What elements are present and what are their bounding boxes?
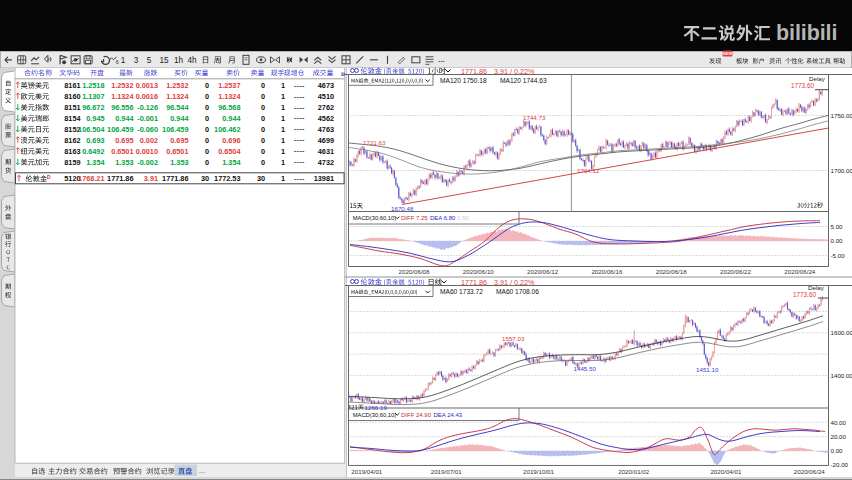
svg-text:3: 3 bbox=[134, 56, 139, 65]
svg-text:0: 0 bbox=[261, 92, 265, 101]
svg-text:-0.002: -0.002 bbox=[137, 158, 158, 167]
svg-text:1771.86: 1771.86 bbox=[162, 174, 188, 183]
svg-text:0.6504: 0.6504 bbox=[218, 147, 241, 156]
svg-text:0.696: 0.696 bbox=[222, 136, 240, 145]
svg-text:20.00: 20.00 bbox=[831, 433, 847, 440]
svg-text:...: ... bbox=[199, 466, 205, 475]
svg-text:0.944: 0.944 bbox=[115, 114, 134, 123]
svg-text:0: 0 bbox=[205, 136, 209, 145]
svg-text:0: 0 bbox=[205, 114, 209, 123]
svg-text:1: 1 bbox=[281, 92, 285, 101]
svg-text:DIFF 7.25: DIFF 7.25 bbox=[401, 215, 428, 221]
svg-text:96.568: 96.568 bbox=[218, 103, 240, 112]
svg-text:8163: 8163 bbox=[64, 147, 80, 156]
svg-text:106.462: 106.462 bbox=[214, 125, 240, 134]
svg-text:5: 5 bbox=[147, 56, 152, 65]
svg-text:1: 1 bbox=[281, 136, 285, 145]
svg-text:2020/06/08: 2020/06/08 bbox=[399, 268, 431, 275]
svg-text:NEW: NEW bbox=[723, 51, 733, 56]
svg-text:1744.73: 1744.73 bbox=[523, 114, 546, 121]
svg-text:D: D bbox=[47, 174, 51, 180]
svg-text:-0.060: -0.060 bbox=[137, 125, 158, 134]
svg-text:1773.60: 1773.60 bbox=[793, 291, 817, 298]
svg-text:0.695: 0.695 bbox=[115, 136, 133, 145]
svg-text:1445.50: 1445.50 bbox=[574, 365, 597, 372]
svg-text:MA120 1744.63: MA120 1744.63 bbox=[500, 77, 547, 84]
svg-text:0.6501: 0.6501 bbox=[111, 147, 133, 156]
svg-text:0.944: 0.944 bbox=[170, 114, 189, 123]
svg-text:8162: 8162 bbox=[64, 136, 80, 145]
svg-text:-20.00: -20.00 bbox=[831, 461, 849, 468]
svg-text:0.695: 0.695 bbox=[170, 136, 188, 145]
svg-text:3.91: 3.91 bbox=[144, 174, 158, 183]
svg-text:1.1307: 1.1307 bbox=[82, 92, 104, 101]
svg-text:2020/01/02: 2020/01/02 bbox=[618, 468, 650, 475]
svg-text:0.944: 0.944 bbox=[222, 114, 241, 123]
svg-text:DEA 6.80: DEA 6.80 bbox=[430, 215, 456, 221]
svg-text:1.1324: 1.1324 bbox=[218, 92, 241, 101]
svg-text:1: 1 bbox=[281, 103, 285, 112]
svg-text:1768.21: 1768.21 bbox=[78, 174, 104, 183]
svg-text:MA120 1750.18: MA120 1750.18 bbox=[440, 77, 487, 84]
svg-text:2020/06/22: 2020/06/22 bbox=[720, 268, 752, 275]
svg-text:0: 0 bbox=[205, 147, 209, 156]
svg-text:1.2532: 1.2532 bbox=[111, 81, 133, 90]
svg-text:1400.00: 1400.00 bbox=[831, 372, 852, 379]
svg-text:1772.53: 1772.53 bbox=[214, 174, 240, 183]
svg-text:2019/10/01: 2019/10/01 bbox=[523, 468, 555, 475]
svg-text:0.693: 0.693 bbox=[86, 136, 104, 145]
svg-text:4510: 4510 bbox=[318, 92, 334, 101]
svg-text:4562: 4562 bbox=[318, 114, 334, 123]
svg-text:»: » bbox=[340, 69, 345, 79]
svg-text:106.459: 106.459 bbox=[107, 125, 133, 134]
svg-text:1: 1 bbox=[281, 158, 285, 167]
svg-text:8151: 8151 bbox=[64, 103, 80, 112]
svg-text:1600.00: 1600.00 bbox=[831, 329, 852, 336]
svg-text:bilibili: bilibili bbox=[776, 21, 837, 45]
svg-text:2020/06/10: 2020/06/10 bbox=[463, 268, 495, 275]
svg-text:8159: 8159 bbox=[64, 158, 80, 167]
svg-text:8160: 8160 bbox=[64, 92, 80, 101]
svg-text:4699: 4699 bbox=[318, 136, 334, 145]
svg-text:2020/06/24: 2020/06/24 bbox=[784, 268, 816, 275]
svg-text:1h: 1h bbox=[174, 56, 184, 65]
svg-text:1: 1 bbox=[281, 125, 285, 134]
svg-text:4h: 4h bbox=[187, 56, 197, 65]
svg-text:0.0013: 0.0013 bbox=[136, 81, 158, 90]
svg-text:0.6492: 0.6492 bbox=[82, 147, 104, 156]
svg-text:-0.126: -0.126 bbox=[137, 103, 158, 112]
svg-text:1700.00: 1700.00 bbox=[831, 167, 852, 174]
svg-text:1: 1 bbox=[121, 56, 126, 65]
svg-text:-0.001: -0.001 bbox=[137, 114, 158, 123]
svg-text:0.002: 0.002 bbox=[140, 136, 158, 145]
svg-text:8161: 8161 bbox=[64, 81, 80, 90]
svg-text:0: 0 bbox=[261, 136, 265, 145]
svg-text:96.556: 96.556 bbox=[111, 103, 133, 112]
svg-text:4763: 4763 bbox=[318, 125, 334, 134]
svg-text:DIFF 24.90: DIFF 24.90 bbox=[401, 412, 432, 418]
svg-text:-5.00: -5.00 bbox=[831, 252, 846, 259]
svg-text:2019/04/01: 2019/04/01 bbox=[351, 468, 383, 475]
svg-text:...: ... bbox=[438, 55, 445, 64]
svg-text:----: ---- bbox=[294, 92, 305, 101]
svg-text:MACD(30,60,10): MACD(30,60,10) bbox=[353, 412, 397, 418]
svg-text:MA60 1733.72: MA60 1733.72 bbox=[440, 288, 483, 295]
svg-text:0: 0 bbox=[261, 81, 265, 90]
svg-text:1771.86: 1771.86 bbox=[107, 174, 133, 183]
svg-text:1.353: 1.353 bbox=[170, 158, 188, 167]
svg-text:1266.19: 1266.19 bbox=[365, 404, 388, 411]
svg-text:5.00: 5.00 bbox=[831, 223, 844, 230]
svg-text:1: 1 bbox=[281, 147, 285, 156]
svg-text:1.354: 1.354 bbox=[86, 158, 105, 167]
svg-text:----: ---- bbox=[294, 81, 305, 90]
svg-text:0: 0 bbox=[205, 125, 209, 134]
svg-text:0: 0 bbox=[261, 103, 265, 112]
svg-text:----: ---- bbox=[294, 103, 305, 112]
svg-text:Delay: Delay bbox=[809, 75, 826, 82]
svg-text:13981: 13981 bbox=[314, 174, 334, 183]
svg-text:0.945: 0.945 bbox=[86, 114, 104, 123]
svg-text:1.1324: 1.1324 bbox=[111, 92, 134, 101]
svg-text:106.504: 106.504 bbox=[78, 125, 105, 134]
svg-text:0.50: 0.50 bbox=[457, 215, 469, 221]
svg-text:1557.03: 1557.03 bbox=[502, 335, 525, 342]
